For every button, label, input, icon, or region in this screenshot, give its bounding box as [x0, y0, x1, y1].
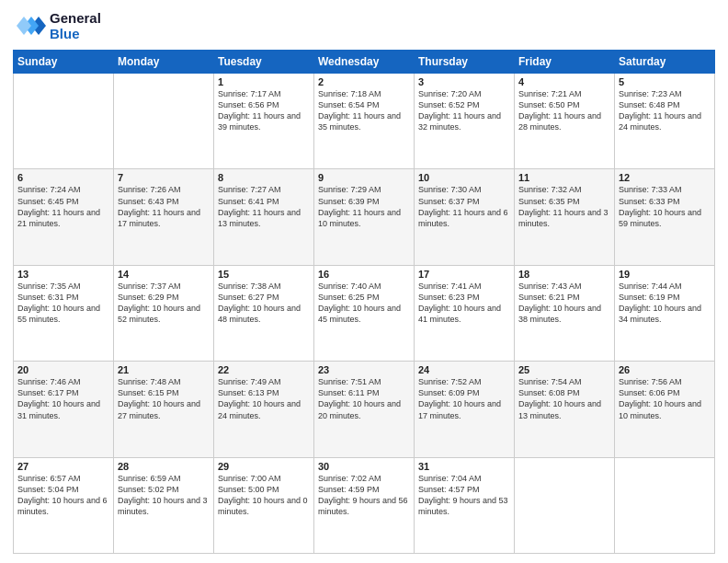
day-info: Sunrise: 7:00 AM Sunset: 5:00 PM Dayligh… [218, 473, 310, 518]
weekday-header-row: SundayMondayTuesdayWednesdayThursdayFrid… [14, 51, 715, 74]
calendar-week-row: 6Sunrise: 7:24 AM Sunset: 6:45 PM Daylig… [14, 169, 715, 265]
calendar-day-cell: 20Sunrise: 7:46 AM Sunset: 6:17 PM Dayli… [14, 362, 114, 457]
calendar-day-cell [615, 457, 715, 553]
day-number: 7 [118, 172, 210, 183]
day-number: 22 [218, 364, 310, 375]
calendar-day-cell: 4Sunrise: 7:21 AM Sunset: 6:50 PM Daylig… [515, 74, 615, 169]
calendar-week-row: 1Sunrise: 7:17 AM Sunset: 6:56 PM Daylig… [14, 74, 715, 169]
calendar-day-cell: 16Sunrise: 7:40 AM Sunset: 6:25 PM Dayli… [314, 265, 415, 361]
calendar-day-cell: 6Sunrise: 7:24 AM Sunset: 6:45 PM Daylig… [14, 169, 114, 265]
day-info: Sunrise: 7:20 AM Sunset: 6:52 PM Dayligh… [418, 88, 510, 133]
day-number: 29 [218, 461, 310, 472]
calendar-day-cell: 11Sunrise: 7:32 AM Sunset: 6:35 PM Dayli… [515, 169, 615, 265]
calendar-body: 1Sunrise: 7:17 AM Sunset: 6:56 PM Daylig… [14, 74, 715, 554]
calendar-day-cell [515, 457, 615, 553]
day-number: 17 [418, 269, 510, 280]
weekday-header-cell: Wednesday [314, 51, 415, 74]
calendar-day-cell: 8Sunrise: 7:27 AM Sunset: 6:41 PM Daylig… [214, 169, 314, 265]
day-number: 21 [118, 364, 210, 375]
calendar: SundayMondayTuesdayWednesdayThursdayFrid… [13, 50, 715, 554]
day-number: 13 [17, 269, 109, 280]
calendar-day-cell: 12Sunrise: 7:33 AM Sunset: 6:33 PM Dayli… [615, 169, 715, 265]
weekday-header-cell: Friday [515, 51, 615, 74]
day-info: Sunrise: 7:54 AM Sunset: 6:08 PM Dayligh… [518, 376, 610, 421]
day-info: Sunrise: 7:27 AM Sunset: 6:41 PM Dayligh… [218, 184, 310, 229]
day-number: 10 [418, 172, 510, 183]
calendar-day-cell: 5Sunrise: 7:23 AM Sunset: 6:48 PM Daylig… [615, 74, 715, 169]
calendar-day-cell: 31Sunrise: 7:04 AM Sunset: 4:57 PM Dayli… [415, 457, 515, 553]
day-number: 11 [518, 172, 610, 183]
day-info: Sunrise: 7:52 AM Sunset: 6:09 PM Dayligh… [418, 376, 510, 421]
day-number: 24 [418, 364, 510, 375]
day-info: Sunrise: 7:49 AM Sunset: 6:13 PM Dayligh… [218, 376, 310, 421]
day-info: Sunrise: 7:04 AM Sunset: 4:57 PM Dayligh… [418, 473, 510, 518]
day-number: 26 [619, 364, 711, 375]
day-number: 3 [418, 76, 510, 87]
day-number: 31 [418, 461, 510, 472]
calendar-day-cell: 14Sunrise: 7:37 AM Sunset: 6:29 PM Dayli… [114, 265, 214, 361]
calendar-day-cell: 25Sunrise: 7:54 AM Sunset: 6:08 PM Dayli… [515, 362, 615, 457]
day-info: Sunrise: 7:37 AM Sunset: 6:29 PM Dayligh… [118, 281, 210, 326]
day-number: 5 [619, 76, 711, 87]
day-number: 27 [17, 461, 109, 472]
day-number: 28 [118, 461, 210, 472]
day-number: 16 [318, 269, 410, 280]
day-info: Sunrise: 7:51 AM Sunset: 6:11 PM Dayligh… [318, 376, 410, 421]
calendar-week-row: 20Sunrise: 7:46 AM Sunset: 6:17 PM Dayli… [14, 362, 715, 457]
day-number: 9 [318, 172, 410, 183]
calendar-day-cell: 26Sunrise: 7:56 AM Sunset: 6:06 PM Dayli… [615, 362, 715, 457]
header: General Blue [13, 9, 715, 42]
calendar-day-cell: 18Sunrise: 7:43 AM Sunset: 6:21 PM Dayli… [515, 265, 615, 361]
day-number: 12 [619, 172, 711, 183]
day-info: Sunrise: 7:23 AM Sunset: 6:48 PM Dayligh… [619, 88, 711, 133]
day-info: Sunrise: 7:24 AM Sunset: 6:45 PM Dayligh… [17, 184, 109, 229]
day-info: Sunrise: 7:29 AM Sunset: 6:39 PM Dayligh… [318, 184, 410, 229]
calendar-day-cell [14, 74, 114, 169]
weekday-header-cell: Saturday [615, 51, 715, 74]
calendar-day-cell: 19Sunrise: 7:44 AM Sunset: 6:19 PM Dayli… [615, 265, 715, 361]
day-info: Sunrise: 7:38 AM Sunset: 6:27 PM Dayligh… [218, 281, 310, 326]
calendar-week-row: 27Sunrise: 6:57 AM Sunset: 5:04 PM Dayli… [14, 457, 715, 553]
day-info: Sunrise: 7:48 AM Sunset: 6:15 PM Dayligh… [118, 376, 210, 421]
calendar-day-cell: 21Sunrise: 7:48 AM Sunset: 6:15 PM Dayli… [114, 362, 214, 457]
calendar-day-cell: 23Sunrise: 7:51 AM Sunset: 6:11 PM Dayli… [314, 362, 415, 457]
calendar-day-cell: 29Sunrise: 7:00 AM Sunset: 5:00 PM Dayli… [214, 457, 314, 553]
calendar-day-cell: 7Sunrise: 7:26 AM Sunset: 6:43 PM Daylig… [114, 169, 214, 265]
day-info: Sunrise: 7:43 AM Sunset: 6:21 PM Dayligh… [518, 281, 610, 326]
day-info: Sunrise: 7:46 AM Sunset: 6:17 PM Dayligh… [17, 376, 109, 421]
day-number: 30 [318, 461, 410, 472]
day-info: Sunrise: 7:21 AM Sunset: 6:50 PM Dayligh… [518, 88, 610, 133]
page: General Blue SundayMondayTuesdayWednesda… [0, 0, 728, 563]
logo-area: General Blue [13, 9, 101, 42]
day-info: Sunrise: 7:32 AM Sunset: 6:35 PM Dayligh… [518, 184, 610, 229]
calendar-day-cell: 22Sunrise: 7:49 AM Sunset: 6:13 PM Dayli… [214, 362, 314, 457]
day-number: 6 [17, 172, 109, 183]
calendar-day-cell: 27Sunrise: 6:57 AM Sunset: 5:04 PM Dayli… [14, 457, 114, 553]
day-info: Sunrise: 7:17 AM Sunset: 6:56 PM Dayligh… [218, 88, 310, 133]
logo-text: General Blue [50, 10, 101, 41]
weekday-header-cell: Sunday [14, 51, 114, 74]
calendar-day-cell: 3Sunrise: 7:20 AM Sunset: 6:52 PM Daylig… [415, 74, 515, 169]
calendar-day-cell: 1Sunrise: 7:17 AM Sunset: 6:56 PM Daylig… [214, 74, 314, 169]
day-number: 14 [118, 269, 210, 280]
day-number: 20 [17, 364, 109, 375]
day-info: Sunrise: 7:30 AM Sunset: 6:37 PM Dayligh… [418, 184, 510, 229]
calendar-day-cell: 2Sunrise: 7:18 AM Sunset: 6:54 PM Daylig… [314, 74, 415, 169]
weekday-header-cell: Monday [114, 51, 214, 74]
day-info: Sunrise: 6:57 AM Sunset: 5:04 PM Dayligh… [17, 473, 109, 518]
day-info: Sunrise: 7:40 AM Sunset: 6:25 PM Dayligh… [318, 281, 410, 326]
day-number: 18 [518, 269, 610, 280]
calendar-day-cell: 28Sunrise: 6:59 AM Sunset: 5:02 PM Dayli… [114, 457, 214, 553]
calendar-day-cell: 30Sunrise: 7:02 AM Sunset: 4:59 PM Dayli… [314, 457, 415, 553]
day-info: Sunrise: 7:26 AM Sunset: 6:43 PM Dayligh… [118, 184, 210, 229]
calendar-day-cell: 15Sunrise: 7:38 AM Sunset: 6:27 PM Dayli… [214, 265, 314, 361]
day-number: 1 [218, 76, 310, 87]
day-number: 25 [518, 364, 610, 375]
weekday-header-cell: Tuesday [214, 51, 314, 74]
calendar-day-cell: 10Sunrise: 7:30 AM Sunset: 6:37 PM Dayli… [415, 169, 515, 265]
day-info: Sunrise: 7:35 AM Sunset: 6:31 PM Dayligh… [17, 281, 109, 326]
day-info: Sunrise: 7:02 AM Sunset: 4:59 PM Dayligh… [318, 473, 410, 518]
day-number: 15 [218, 269, 310, 280]
day-number: 19 [619, 269, 711, 280]
logo-icon [13, 9, 46, 42]
